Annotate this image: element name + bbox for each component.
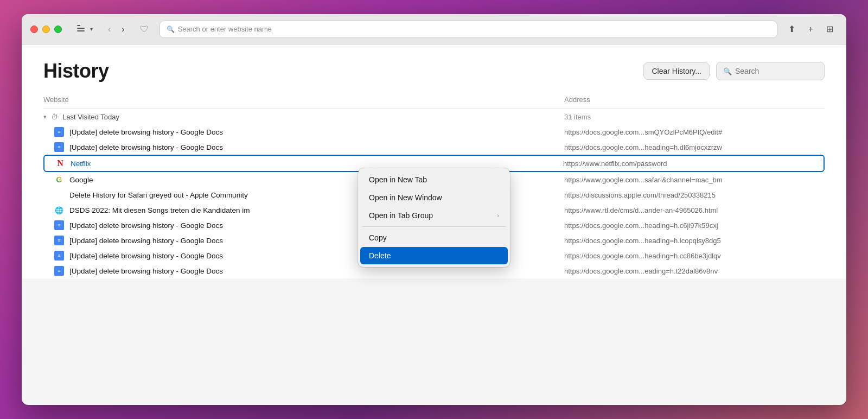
share-button[interactable]: ⬆ <box>784 21 800 37</box>
row-address: https://docs.google.com...heading=h.dl6m… <box>564 143 825 151</box>
browser-content: History Clear History... 🔍 Website Addre… <box>22 45 846 405</box>
row-title: [Update] delete browsing history - Googl… <box>69 237 223 245</box>
context-menu: Open in New TabOpen in New WindowOpen in… <box>358 168 510 267</box>
context-menu-item-open-tab-group[interactable]: Open in Tab Group› <box>360 207 508 224</box>
history-row[interactable]: ≡ [Update] delete browsing history - Goo… <box>43 124 825 139</box>
row-title: [Update] delete browsing history - Googl… <box>69 143 223 151</box>
search-input[interactable] <box>735 67 830 75</box>
history-header: History Clear History... 🔍 <box>43 60 825 82</box>
context-menu-item-open-new-window[interactable]: Open in New Window <box>360 189 508 206</box>
row-title: [Update] delete browsing history - Googl… <box>69 128 223 136</box>
docs-favicon: ≡ <box>54 266 64 276</box>
website-column-header: Website <box>43 96 564 104</box>
section-row: ▾ ⏱ Last Visited Today 31 items <box>43 110 825 124</box>
context-menu-item-label: Copy <box>369 233 387 242</box>
row-website: N Netflix <box>44 158 563 168</box>
clear-history-button[interactable]: Clear History... <box>643 62 710 80</box>
row-address: https://docs.google.com...heading=h.cc86… <box>564 252 825 260</box>
header-controls: Clear History... 🔍 <box>643 62 825 80</box>
docs-favicon: ≡ <box>54 251 64 261</box>
row-address: https://docs.google.com...smQYOzlPcM6PfQ… <box>564 128 825 136</box>
search-bar-icon: 🔍 <box>723 67 732 75</box>
context-menu-item-label: Open in New Window <box>369 193 442 202</box>
table-header: Website Address <box>43 93 825 109</box>
row-address: https://discussions.apple.com/thread/250… <box>564 191 825 199</box>
shield-button[interactable]: 🛡 <box>136 22 153 37</box>
back-button[interactable]: ‹ <box>104 22 115 37</box>
section-chevron-icon: ▾ <box>43 113 47 120</box>
address-column-header: Address <box>564 96 825 104</box>
docs-favicon: ≡ <box>54 127 64 137</box>
search-bar[interactable]: 🔍 <box>716 62 825 80</box>
section-title: Last Visited Today <box>62 113 119 121</box>
row-website: ≡ [Update] delete browsing history - Goo… <box>43 266 564 276</box>
context-menu-item-label: Open in New Tab <box>369 175 427 184</box>
context-menu-item-copy[interactable]: Copy <box>360 229 508 246</box>
url-bar[interactable]: 🔍 Search or enter website name <box>159 21 777 38</box>
docs-favicon: ≡ <box>54 236 64 245</box>
row-address: https://www.netflix.com/password <box>563 160 824 168</box>
google-favicon: G <box>54 175 64 185</box>
nav-buttons: ‹ › <box>104 22 129 37</box>
history-row[interactable]: ≡ [Update] delete browsing history - Goo… <box>43 139 825 155</box>
context-menu-separator <box>362 226 506 227</box>
row-website: ≡ [Update] delete browsing history - Goo… <box>43 142 564 152</box>
submenu-arrow-icon: › <box>497 212 499 219</box>
row-address: https://www.google.com...safari&channel=… <box>564 176 825 184</box>
row-title: [Update] delete browsing history - Googl… <box>69 267 223 275</box>
context-menu-item-open-new-tab[interactable]: Open in New Tab <box>360 171 508 188</box>
forward-button[interactable]: › <box>117 22 129 37</box>
toolbar-right: ⬆ + ⊞ <box>784 21 838 37</box>
globe-favicon: 🌐 <box>54 205 64 215</box>
sidebar-toggle-button[interactable]: ▾ <box>73 22 97 36</box>
context-menu-item-label: Open in Tab Group <box>369 211 433 220</box>
row-title: [Update] delete browsing history - Googl… <box>69 221 223 230</box>
maximize-button[interactable] <box>54 26 62 33</box>
row-address: https://docs.google.com...eading=h.t22da… <box>564 267 825 275</box>
row-title: Google <box>69 176 93 184</box>
traffic-lights <box>30 26 62 33</box>
docs-favicon: ≡ <box>54 142 64 152</box>
new-tab-button[interactable]: + <box>804 21 818 37</box>
row-title: Netflix <box>71 160 91 168</box>
tabs-button[interactable]: ⊞ <box>822 21 838 37</box>
context-menu-item-delete[interactable]: Delete <box>360 247 508 264</box>
context-menu-items: Open in New TabOpen in New WindowOpen in… <box>358 171 510 264</box>
search-icon: 🔍 <box>167 26 175 33</box>
chevron-down-icon: ▾ <box>90 26 93 32</box>
row-title: [Update] delete browsing history - Googl… <box>69 252 223 260</box>
row-title: Delete History for Safari greyed out - A… <box>69 191 248 199</box>
url-placeholder: Search or enter website name <box>178 25 272 33</box>
row-website: ≡ [Update] delete browsing history - Goo… <box>43 127 564 137</box>
page-title: History <box>43 60 109 82</box>
netflix-favicon: N <box>55 158 65 168</box>
section-label: ▾ ⏱ Last Visited Today <box>43 113 564 121</box>
row-title: DSDS 2022: Mit diesen Songs treten die K… <box>69 206 250 214</box>
shield-icon: 🛡 <box>140 24 149 34</box>
section-count: 31 items <box>564 113 825 121</box>
row-address: https://www.rtl.de/cms/d...ander-an-4965… <box>564 206 825 214</box>
close-button[interactable] <box>30 26 38 33</box>
row-address: https://docs.google.com...heading=h.lcop… <box>564 237 825 245</box>
context-menu-item-label: Delete <box>369 251 391 260</box>
docs-favicon: ≡ <box>54 220 64 230</box>
apple-favicon <box>54 190 64 200</box>
title-bar: ▾ ‹ › 🛡 🔍 Search or enter website name ⬆… <box>22 14 846 45</box>
minimize-button[interactable] <box>42 26 50 33</box>
section-clock-icon: ⏱ <box>51 113 58 121</box>
sidebar-icon <box>77 25 88 34</box>
row-address: https://docs.google.com...heading=h.c6ji… <box>564 221 825 230</box>
